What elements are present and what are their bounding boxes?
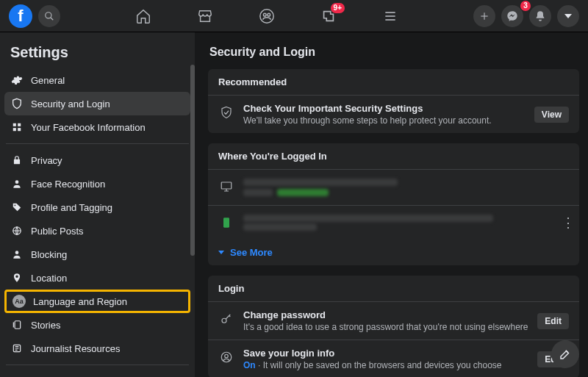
person-circle-icon — [218, 349, 234, 365]
messenger-button[interactable]: 3 — [501, 5, 523, 27]
notifications-button[interactable] — [529, 5, 551, 27]
see-more-button[interactable]: See More — [208, 240, 579, 265]
sidebar-item-label: Journalist Resources — [31, 343, 120, 354]
chevron-down-icon — [564, 14, 572, 18]
session-row[interactable] — [208, 170, 579, 205]
sidebar-item-language-region[interactable]: Aa Language and Region — [4, 290, 190, 313]
svg-point-4 — [268, 13, 270, 16]
sidebar-item-privacy[interactable]: Privacy — [4, 148, 190, 172]
chevron-down-icon — [218, 251, 224, 254]
sidebar-item-journalist[interactable]: Journalist Resources — [4, 337, 190, 360]
sessions-card: Where You're Logged In ⋮ See More — [208, 143, 579, 265]
svg-point-2 — [260, 9, 273, 22]
svg-point-24 — [225, 354, 229, 358]
gear-icon — [10, 73, 24, 87]
login-card: Login Change password It's a good idea t… — [208, 276, 579, 377]
stories-icon — [10, 318, 24, 331]
facebook-logo[interactable]: f — [9, 4, 32, 28]
change-password-row: Change password It's a good idea to use … — [208, 302, 579, 340]
sidebar-item-label: Face Recognition — [31, 179, 105, 190]
svg-point-17 — [15, 251, 19, 254]
see-more-label: See More — [230, 247, 273, 258]
session-row[interactable]: ⋮ — [208, 205, 579, 240]
sidebar-item-label: Public Posts — [31, 226, 84, 237]
sidebar-item-location[interactable]: Location — [4, 266, 190, 290]
sidebar-item-label: Blocking — [31, 249, 67, 260]
nav-home[interactable] — [135, 7, 152, 25]
svg-rect-20 — [221, 182, 232, 189]
sidebar-item-label: Your Facebook Information — [31, 122, 146, 133]
globe-icon — [10, 224, 24, 237]
sidebar-item-label: General — [31, 75, 65, 86]
sidebar-item-label: Security and Login — [31, 98, 110, 109]
sidebar-item-label: Language and Region — [33, 296, 127, 307]
desktop-icon — [218, 179, 234, 195]
groups-icon — [259, 8, 275, 24]
svg-rect-18 — [15, 321, 21, 329]
sidebar-item-security[interactable]: Security and Login — [4, 92, 190, 115]
nav-menu[interactable] — [381, 7, 399, 25]
marketplace-icon — [197, 8, 213, 24]
sidebar-item-label: Profile and Tagging — [31, 202, 112, 213]
sidebar-item-your-info[interactable]: Your Facebook Information — [4, 115, 190, 139]
plus-icon — [479, 11, 490, 21]
mobile-icon — [218, 215, 234, 231]
nav-groups[interactable] — [258, 7, 276, 25]
bell-icon — [534, 10, 546, 22]
svg-point-14 — [15, 180, 19, 184]
journalist-icon — [10, 342, 24, 355]
messenger-badge: 3 — [520, 1, 531, 11]
sidebar-divider — [6, 365, 189, 365]
save-login-sub: On · It will only be saved on the browse… — [243, 360, 528, 370]
nav-gaming[interactable]: 9+ — [320, 7, 337, 25]
compose-icon — [559, 348, 572, 361]
svg-rect-21 — [223, 218, 229, 227]
topbar: f 9+ 3 — [0, 0, 588, 32]
compose-fab[interactable] — [551, 340, 579, 368]
recommended-title: Check Your Important Security Settings — [243, 103, 526, 114]
account-menu-button[interactable] — [557, 5, 579, 27]
person-block-icon — [10, 248, 24, 261]
view-button[interactable]: View — [534, 107, 569, 123]
login-header: Login — [208, 276, 579, 302]
tag-icon — [10, 201, 24, 214]
page-title: Security and Login — [209, 46, 579, 59]
home-icon — [135, 8, 151, 24]
search-button[interactable] — [38, 5, 60, 27]
sidebar-item-profile-tagging[interactable]: Profile and Tagging — [4, 195, 190, 219]
edit-button[interactable]: Edit — [537, 313, 569, 329]
language-icon: Aa — [12, 295, 26, 308]
shield-icon — [10, 97, 24, 110]
svg-rect-13 — [18, 128, 21, 131]
key-icon — [218, 311, 234, 327]
create-button[interactable] — [473, 5, 495, 27]
pin-icon — [10, 271, 24, 284]
svg-rect-12 — [13, 128, 16, 131]
svg-point-0 — [46, 12, 51, 18]
sidebar-item-stories[interactable]: Stories — [4, 313, 190, 337]
svg-line-1 — [51, 17, 54, 20]
svg-rect-10 — [13, 123, 16, 126]
recommended-header: Recommended — [208, 69, 579, 96]
sidebar-item-label: Stories — [31, 320, 60, 331]
sidebar-item-blocking[interactable]: Blocking — [4, 243, 190, 266]
settings-sidebar: Settings General Security and Login Your… — [0, 32, 195, 377]
nav-marketplace[interactable] — [196, 7, 214, 25]
sessions-header: Where You're Logged In — [208, 143, 579, 170]
sidebar-item-label: Privacy — [31, 155, 62, 166]
svg-rect-11 — [18, 123, 21, 126]
sidebar-title: Settings — [4, 41, 190, 68]
recommended-sub: We'll take you through some steps to hel… — [243, 115, 526, 126]
lock-icon — [10, 154, 24, 167]
main-content: Security and Login Recommended Check You… — [195, 32, 588, 377]
sidebar-item-public-posts[interactable]: Public Posts — [4, 219, 190, 243]
sidebar-item-face-recognition[interactable]: Face Recognition — [4, 172, 190, 195]
change-password-title: Change password — [243, 309, 528, 320]
change-password-sub: It's a good idea to use a strong passwor… — [243, 322, 528, 332]
session-options-button[interactable]: ⋮ — [562, 215, 569, 231]
svg-point-22 — [222, 318, 226, 323]
search-icon — [44, 11, 54, 21]
sidebar-divider — [6, 143, 189, 144]
menu-icon — [383, 9, 398, 24]
sidebar-item-general[interactable]: General — [4, 68, 190, 92]
